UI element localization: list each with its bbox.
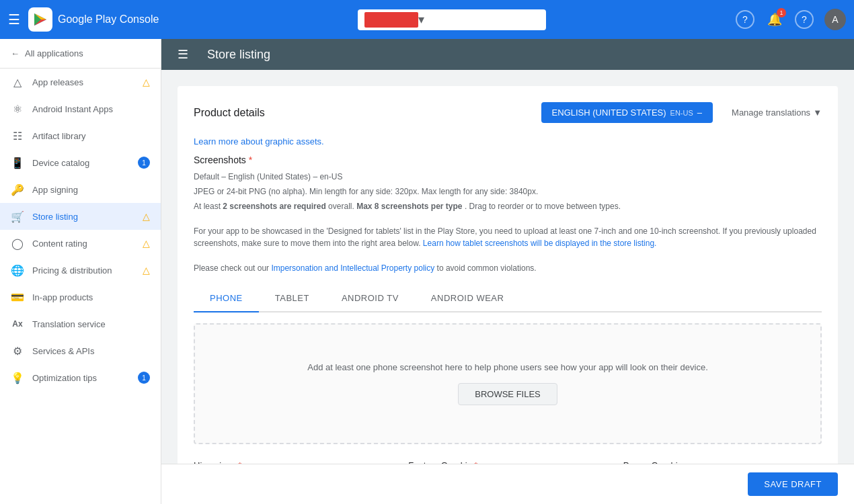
sidebar: ← All applications △ App releases △ ⚛ An… [0,39,161,504]
app-name-box [364,12,418,28]
manage-trans-label: Manage translations [732,108,810,118]
sidebar-item-products-label: In-app products [32,292,150,302]
sidebar-item-pricing-label: Pricing & distribution [32,265,134,276]
required-star: * [249,155,252,165]
search-box[interactable]: ▾ [358,9,546,30]
info-icon[interactable]: ? [795,10,814,29]
top-navigation: ☰ Google Play Console ▾ ? 🔔 1 ? A [0,0,854,39]
sidebar-item-android-instant-apps[interactable]: ⚛ Android Instant Apps [0,95,161,122]
sidebar-item-optimization-tips[interactable]: 💡 Optimization tips 1 [0,364,161,391]
save-draft-button[interactable]: SAVE DRAFT [748,472,838,496]
sidebar-item-content-rating[interactable]: ◯ Content rating △ [0,230,161,257]
lang-code: EN-US [670,109,693,117]
warning-icon-pricing: △ [143,265,150,276]
page-title: Store listing [207,48,270,62]
back-label: All applications [25,48,83,58]
sidebar-item-translation-service[interactable]: Ax Translation service [0,310,161,337]
back-to-all-apps[interactable]: ← All applications [0,39,161,69]
sidebar-item-pricing-distribution[interactable]: 🌐 Pricing & distribution △ [0,257,161,284]
product-details-header: Product details ENGLISH (UNITED STATES) … [194,102,822,123]
graphic-assets-link[interactable]: Learn more about graphic assets. [194,136,324,146]
content-rating-icon: ◯ [11,237,24,250]
manage-translations[interactable]: Manage translations ▼ [732,108,822,118]
top-nav-actions: ? 🔔 1 ? A [736,9,846,30]
app-signing-icon: 🔑 [11,183,24,196]
android-instant-apps-icon: ⚛ [11,102,24,116]
manage-trans-chevron: ▼ [813,108,822,118]
sidebar-item-artifact-label: Artifact library [32,131,150,141]
sidebar-item-device-label: Device catalog [32,158,130,168]
tab-phone[interactable]: PHONE [194,285,259,312]
screenshot-tabs: PHONE TABLET ANDROID TV ANDROID WEAR [194,285,822,312]
back-arrow-icon: ← [11,48,20,58]
artifact-library-icon: ☷ [11,129,24,142]
screenshots-section: Screenshots * Default – English (United … [194,155,822,274]
app-releases-icon: △ [11,75,24,89]
phone-upload-area[interactable]: Add at least one phone screenshot here t… [194,323,822,444]
screenshots-required-text: 2 screenshots are required [223,202,325,211]
sidebar-item-device-catalog[interactable]: 📱 Device catalog 1 [0,149,161,176]
tab-tablet[interactable]: TABLET [259,285,325,312]
sidebar-item-app-signing[interactable]: 🔑 App signing [0,176,161,203]
user-avatar[interactable]: A [824,9,846,30]
page-header: ☰ Store listing [161,39,854,70]
warning-icon-content: △ [143,238,150,249]
tablet-screenshots-link[interactable]: Learn how tablet screenshots will be dis… [423,239,657,248]
sidebar-item-store-label: Store listing [32,212,134,222]
hamburger-icon[interactable]: ☰ [8,11,20,28]
sidebar-item-signing-label: App signing [32,185,150,195]
max-screenshots-text: Max 8 screenshots per type [356,202,462,211]
translation-icon: Ax [11,317,24,331]
screenshots-line2: JPEG or 24-bit PNG (no alpha). Min lengt… [194,185,822,198]
sidebar-item-services-apis[interactable]: ⚙ Services & APIs [0,337,161,364]
sidebar-item-app-releases[interactable]: △ App releases △ [0,69,161,95]
pricing-icon: 🌐 [11,263,24,277]
language-button[interactable]: ENGLISH (UNITED STATES) EN-US – [541,102,713,123]
notification-icon[interactable]: 🔔 1 [765,10,784,29]
product-details-card: Product details ENGLISH (UNITED STATES) … [178,86,838,504]
sidebar-item-app-releases-label: App releases [32,77,134,87]
screenshots-line1: Default – English (United States) – en-U… [194,171,822,183]
warning-icon-store: △ [143,211,150,222]
services-icon: ⚙ [11,344,24,358]
tab-android-wear[interactable]: ANDROID WEAR [415,285,520,312]
tab-android-tv[interactable]: ANDROID TV [325,285,415,312]
sidebar-item-android-instant-label: Android Instant Apps [32,104,150,114]
device-catalog-icon: 📱 [11,156,24,169]
product-details-title: Product details [194,107,265,119]
policy-link[interactable]: Impersonation and Intellectual Property … [271,263,434,273]
main-content: Product details ENGLISH (UNITED STATES) … [161,70,854,504]
policy-desc: Please check out our Impersonation and I… [194,262,822,274]
screenshots-title: Screenshots * [194,155,822,165]
browse-files-button[interactable]: BROWSE FILES [458,383,557,405]
help-icon[interactable]: ? [736,10,754,29]
graphic-assets-info: Learn more about graphic assets. [194,136,822,146]
content-hamburger-icon[interactable]: ☰ [178,47,188,62]
lang-code-separator: – [697,108,702,118]
device-catalog-badge: 1 [138,157,150,169]
notification-badge: 1 [777,8,786,17]
screenshots-line3: At least 2 screenshots are required over… [194,200,822,212]
brand-label: Google Play Console [58,13,159,26]
logo-icon [28,7,52,32]
sidebar-item-services-label: Services & APIs [32,346,150,356]
app-brand: Google Play Console [28,7,176,32]
sidebar-item-artifact-library[interactable]: ☷ Artifact library [0,122,161,149]
sidebar-item-optimization-label: Optimization tips [32,373,130,383]
dropdown-icon[interactable]: ▾ [418,12,424,27]
sidebar-item-translation-label: Translation service [32,319,150,329]
save-bar: SAVE DRAFT [161,464,854,504]
sidebar-item-content-label: Content rating [32,239,134,249]
lang-button-label: ENGLISH (UNITED STATES) [552,108,666,118]
content-area: ☰ Store listing Product details ENGLISH … [161,39,854,504]
tablet-screenshots-desc: For your app to be showcased in the 'Des… [194,225,822,249]
optimization-badge: 1 [138,372,150,384]
sidebar-item-store-listing[interactable]: 🛒 Store listing △ [0,203,161,230]
upload-area-text: Add at least one phone screenshot here t… [307,362,708,372]
sidebar-item-in-app-products[interactable]: 💳 In-app products [0,284,161,310]
optimization-tips-icon: 💡 [11,371,24,384]
warning-icon-app-releases: △ [143,77,150,87]
store-listing-icon: 🛒 [11,210,24,223]
in-app-products-icon: 💳 [11,290,24,304]
